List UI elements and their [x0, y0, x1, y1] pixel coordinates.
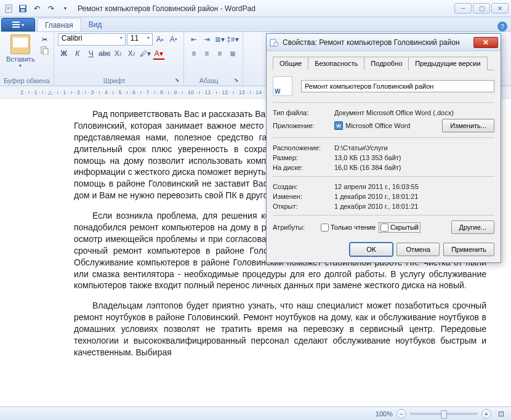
readonly-checkbox[interactable]: Только чтение [321, 224, 376, 232]
status-bar: 100% − + ⊡ [0, 406, 511, 420]
app-icon[interactable] [2, 2, 15, 15]
underline-button[interactable]: Ч [85, 47, 97, 60]
zoom-value: 100% [376, 410, 393, 418]
svg-rect-5 [20, 6, 25, 8]
group-font-label: Шрифт [103, 77, 126, 84]
redo-icon[interactable]: ↷ [45, 2, 57, 15]
align-justify-icon[interactable]: ≣ [227, 47, 239, 60]
font-launcher-icon[interactable]: ⬊ [175, 77, 180, 83]
font-family-select[interactable]: Calibri [58, 33, 126, 46]
window-title: Ремонт компьютеров Головинский район - W… [78, 4, 454, 13]
properties-dialog: Свойства: Ремонт компьютеров Головинский… [266, 33, 501, 263]
tab-view[interactable]: Вид [81, 18, 110, 31]
zoom-out-button[interactable]: − [396, 409, 406, 419]
help-icon[interactable]: ? [497, 22, 507, 31]
group-clipboard: Вставить ▾ ✂ Буфер обмена [0, 32, 54, 86]
svg-rect-9 [12, 26, 20, 28]
align-right-icon[interactable]: ≡ [214, 47, 226, 60]
svg-rect-7 [12, 22, 20, 23]
tab-previous-versions[interactable]: Предыдущие версии [408, 57, 487, 70]
group-clipboard-label: Буфер обмена [4, 76, 50, 86]
created-label: Создан: [273, 183, 334, 190]
zoom-in-button[interactable]: + [481, 409, 491, 419]
size-on-disk-label: На диске: [273, 164, 334, 171]
decrease-indent-icon[interactable]: ⇤ [188, 33, 200, 46]
svg-rect-8 [12, 24, 20, 25]
align-left-icon[interactable]: ≡ [188, 47, 200, 60]
dialog-title: Свойства: Ремонт компьютеров Головинский… [283, 38, 473, 47]
svg-rect-1 [7, 7, 10, 7]
group-paragraph-label: Абзац [199, 77, 219, 84]
location-label: Расположение: [273, 144, 334, 151]
close-button[interactable]: ✕ [491, 3, 509, 14]
grow-font-icon[interactable]: A▴ [154, 33, 166, 46]
line-spacing-icon[interactable]: ‡≡▾ [227, 33, 239, 46]
paste-button[interactable]: Вставить ▾ [4, 33, 38, 70]
application-value: Microsoft Office Word [345, 122, 410, 129]
tab-home[interactable]: Главная [37, 18, 81, 31]
copy-icon[interactable] [40, 46, 50, 55]
svg-rect-2 [7, 8, 10, 9]
undo-icon[interactable]: ↶ [31, 2, 43, 15]
modified-label: Изменен: [273, 193, 334, 200]
dialog-title-bar[interactable]: Свойства: Ремонт компьютеров Головинский… [267, 34, 501, 51]
highlight-button[interactable]: 🖊▾ [139, 47, 151, 60]
size-value: 13,0 КБ (13 353 байт) [334, 154, 494, 161]
svg-rect-3 [7, 9, 9, 10]
font-color-button[interactable]: A▾ [153, 47, 165, 60]
apply-button[interactable]: Применить [443, 243, 494, 256]
size-label: Размер: [273, 154, 334, 161]
minimize-button[interactable]: ─ [454, 3, 472, 14]
shrink-font-icon[interactable]: A▾ [167, 33, 180, 46]
superscript-button[interactable]: X2 [126, 47, 138, 60]
tab-details[interactable]: Подробно [364, 57, 409, 70]
created-value: 12 апреля 2011 г., 16:03:55 [334, 183, 494, 190]
file-type-label: Тип файла: [273, 109, 334, 116]
hidden-checkbox[interactable]: Скрытый [379, 223, 420, 232]
bold-button[interactable]: Ж [58, 47, 70, 60]
dialog-close-button[interactable]: ✕ [473, 37, 498, 48]
file-menu-button[interactable] [1, 18, 35, 31]
attributes-label: Атрибуты: [273, 224, 317, 231]
increase-indent-icon[interactable]: ⇥ [201, 33, 213, 46]
dialog-tabs: Общие Безопасность Подробно Предыдущие в… [273, 56, 494, 70]
tab-general[interactable]: Общие [273, 57, 308, 70]
qat-dropdown-icon[interactable]: ▾ [59, 2, 71, 15]
accessed-label: Открыт: [273, 203, 334, 210]
file-type-icon [273, 76, 292, 96]
advanced-attributes-button[interactable]: Другие... [451, 220, 494, 234]
save-icon[interactable] [17, 2, 29, 15]
title-bar: ↶ ↷ ▾ Ремонт компьютеров Головинский рай… [0, 0, 511, 17]
align-center-icon[interactable]: ≡ [201, 47, 213, 60]
size-on-disk-value: 16,0 КБ (16 384 байт) [334, 164, 494, 171]
font-size-select[interactable]: 11 [127, 33, 153, 46]
application-label: Приложение: [273, 122, 334, 129]
zoom-slider[interactable] [410, 413, 478, 415]
filename-input[interactable] [301, 80, 494, 92]
change-app-button[interactable]: Изменить... [442, 119, 494, 132]
fit-button[interactable]: ⊡ [495, 408, 507, 420]
ok-button[interactable]: OK [350, 243, 393, 256]
file-type-value: Документ Microsoft Office Word (.docx) [334, 109, 494, 116]
cut-icon[interactable]: ✂ [40, 34, 50, 44]
italic-button[interactable]: К [71, 47, 84, 60]
location-value: D:\Статьи\Услуги [334, 144, 494, 151]
tab-security[interactable]: Безопасность [308, 57, 364, 70]
paragraph-launcher-icon[interactable]: ⬊ [234, 77, 239, 83]
quick-access-toolbar: ↶ ↷ ▾ [2, 2, 71, 15]
paste-label: Вставить [6, 55, 35, 63]
svg-rect-6 [21, 9, 25, 12]
modified-value: 1 декабря 2010 г., 18:01:21 [334, 193, 494, 200]
accessed-value: 1 декабря 2010 г., 18:01:21 [334, 203, 494, 210]
svg-rect-11 [43, 49, 48, 55]
bullets-icon[interactable]: ≣▾ [214, 33, 226, 46]
ribbon-tabs: Главная Вид ? [0, 17, 511, 32]
maximize-button[interactable]: ▢ [473, 3, 490, 14]
cancel-button[interactable]: Отмена [396, 243, 440, 256]
group-paragraph: ⇤ ⇥ ≣▾ ‡≡▾ ≡ ≡ ≡ ≣ Абзац⬊ [184, 32, 243, 86]
dialog-body: Общие Безопасность Подробно Предыдущие в… [267, 51, 501, 262]
subscript-button[interactable]: X2 [112, 47, 124, 60]
paragraph: Владельцам лэптопов будет приятно узнать… [74, 300, 486, 358]
svg-point-13 [274, 42, 278, 46]
strike-button[interactable]: abc [99, 47, 111, 60]
